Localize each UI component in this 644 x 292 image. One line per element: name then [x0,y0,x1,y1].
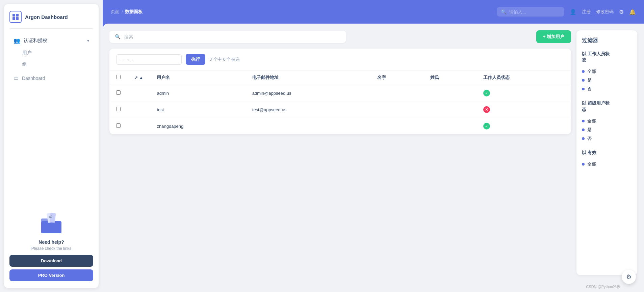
th-staffstatus: 工作人员状态 [476,70,571,85]
filter-dot-icon [582,137,585,140]
filter-dot-icon [582,88,585,90]
table-search-input[interactable] [124,34,340,39]
th-email: 电子邮件地址 [246,70,370,85]
gear-float-button[interactable]: ⚙ [622,270,636,284]
data-table: ⤢ ▲ 用户名 电子邮件地址 [109,70,571,134]
sidebar-navigation: 👥 认证和授权 ▾ 用户 组 ▭ Dashboard [9,34,93,206]
th-lastname-label: 姓氏 [430,75,439,80]
help-image [36,212,67,235]
filter-title: 过滤器 [582,37,632,44]
filter-dot-icon [582,128,585,131]
svg-rect-4 [41,221,61,233]
settings-icon[interactable]: ⚙ [619,9,624,15]
add-user-button[interactable]: + 增加用户 [536,30,571,43]
expand-icon[interactable]: ⤢ ▲ [134,75,143,80]
sidebar-logo: Argon Dashboard [9,11,93,29]
chevron-down-icon: ▾ [87,38,89,43]
th-select-all[interactable] [109,70,127,85]
filter-staff-yes-label: 是 [587,77,592,83]
filter-section-active: 以 有效 全部 [582,150,632,169]
table-toolbar: 执行 3 个中 0 个被选 [109,49,571,70]
register-link[interactable]: 注册 [582,9,591,15]
row-checkbox-2[interactable] [116,123,121,128]
main-area: 页面 / 数据面板 🔍 👤 注册 修改密码 ⚙ 🔔 🔍 [103,0,644,292]
th-username[interactable]: 用户名 [150,70,245,85]
filter-staff-all-label: 全部 [587,68,596,75]
svg-rect-7 [50,213,56,223]
watermark: CSDN @Python私教 [586,284,620,289]
execute-button[interactable]: 执行 [186,54,205,65]
row-lastname [423,101,476,118]
filter-superuser-all[interactable]: 全部 [582,117,632,125]
row-checkbox-0[interactable] [116,90,121,95]
th-staffstatus-label: 工作人员状态 [483,75,510,80]
sidebar-item-auth-label: 认证和授权 [24,38,84,44]
filter-superuser-no[interactable]: 否 [582,134,632,143]
row-staff-status: ✓ [476,118,571,135]
topbar-search[interactable]: 🔍 [497,7,564,17]
breadcrumb-current: 数据面板 [125,9,143,15]
svg-rect-2 [12,17,15,20]
sidebar-item-auth[interactable]: 👥 认证和授权 ▾ [9,34,93,47]
staff-status-true-icon: ✓ [483,90,490,96]
filter-dot-icon [582,70,585,73]
sidebar-item-dashboard[interactable]: ▭ Dashboard [9,71,93,85]
breadcrumb: 页面 / 数据面板 [111,9,143,15]
row-username[interactable]: zhangdapeng [150,118,245,135]
selection-info: 3 个中 0 个被选 [209,56,240,62]
content-area: 🔍 + 增加用户 执行 3 个中 0 个被选 [103,24,644,292]
select-all-checkbox[interactable] [116,75,121,79]
staff-status-true-icon: ✓ [483,123,490,129]
sidebar-item-users[interactable]: 用户 [9,47,93,59]
table-section: 🔍 + 增加用户 执行 3 个中 0 个被选 [109,30,571,285]
row-expand [127,118,150,135]
filter-staff-all[interactable]: 全部 [582,67,632,76]
filter-staff-no[interactable]: 否 [582,85,632,93]
th-username-label: 用户名 [157,75,170,81]
nav-group-auth: 👥 认证和授权 ▾ 用户 组 [9,34,93,70]
row-staff-status: ✓ [476,85,571,101]
action-input[interactable] [116,54,182,65]
search-row: 🔍 + 增加用户 [109,30,571,43]
row-staff-status: ✕ [476,101,571,118]
svg-rect-3 [16,17,19,20]
th-expand: ⤢ ▲ [127,70,150,85]
dashboard-icon: ▭ [14,75,19,81]
table-search-box[interactable]: 🔍 [109,31,346,43]
row-expand [127,85,150,101]
breadcrumb-parent: 页面 [111,9,120,15]
sidebar-item-groups[interactable]: 组 [9,59,93,70]
staff-status-false-icon: ✕ [483,106,490,113]
row-lastname [423,118,476,135]
filter-superuser-yes[interactable]: 是 [582,125,632,134]
table-card: 执行 3 个中 0 个被选 ⤢ ▲ [109,49,571,134]
filter-superuser-title: 以 超级用户状态 [582,100,632,112]
download-button[interactable]: Download [9,255,93,267]
th-firstname: 名字 [370,70,423,85]
sidebar-item-dashboard-label: Dashboard [22,76,45,81]
row-username[interactable]: test [150,101,245,118]
app-name: Argon Dashboard [25,14,68,20]
row-firstname [370,101,423,118]
filter-staff-no-label: 否 [587,86,592,92]
filter-dot-icon [582,120,585,122]
filter-staff-yes[interactable]: 是 [582,76,632,85]
row-username[interactable]: admin [150,85,245,101]
notification-icon[interactable]: 🔔 [629,9,636,15]
pro-version-button[interactable]: PRO Version [9,269,93,281]
row-lastname [423,85,476,101]
gear-icon: ⚙ [626,273,632,281]
filter-staff-title: 以 工作人员状态 [582,51,632,63]
topbar: 页面 / 数据面板 🔍 👤 注册 修改密码 ⚙ 🔔 [103,0,644,24]
table-row: zhangdapeng✓ [109,118,571,135]
svg-rect-0 [12,14,15,17]
change-password-link[interactable]: 修改密码 [596,9,614,15]
row-firstname [370,118,423,135]
row-checkbox-1[interactable] [116,107,121,111]
sidebar-help-section: Need help? Please check the links Downlo… [9,206,93,281]
row-email: test@appseed.us [246,101,370,118]
row-expand [127,101,150,118]
topbar-search-input[interactable] [509,9,560,14]
filter-active-all[interactable]: 全部 [582,160,632,169]
th-email-label: 电子邮件地址 [252,75,279,80]
